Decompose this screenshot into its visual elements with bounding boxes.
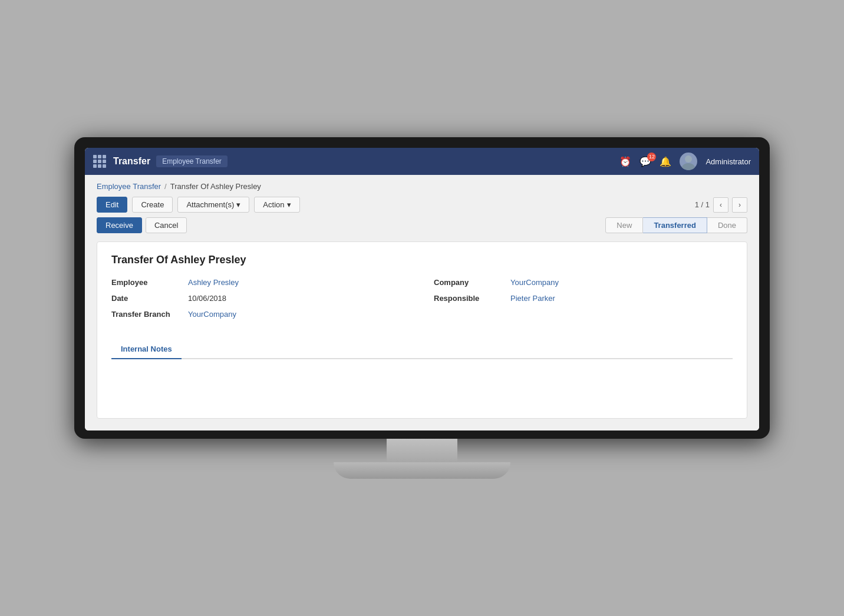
chat-badge: 12	[647, 153, 656, 161]
form-right-column: Company YourCompany Responsible Pieter P…	[410, 278, 733, 326]
monitor-frame: Transfer Employee Transfer ⏰ 💬 12 🔔	[74, 137, 770, 439]
tab-content-internal-notes	[111, 359, 733, 395]
svg-point-0	[685, 155, 692, 163]
svg-point-1	[682, 163, 695, 170]
cancel-button[interactable]: Cancel	[146, 217, 187, 233]
content-area: Employee Transfer / Transfer Of Ashley P…	[85, 175, 759, 430]
responsible-label: Responsible	[434, 294, 510, 303]
action-dropdown-icon: ▾	[287, 200, 291, 209]
nav-breadcrumb-tag[interactable]: Employee Transfer	[156, 155, 228, 167]
form-left-column: Employee Ashley Presley Date 10/06/2018 …	[111, 278, 410, 326]
tab-list: Internal Notes	[111, 340, 733, 359]
pagination-text: 1 / 1	[695, 200, 710, 209]
form-fields: Employee Ashley Presley Date 10/06/2018 …	[111, 278, 733, 326]
monitor-wrapper: Transfer Employee Transfer ⏰ 💬 12 🔔	[74, 137, 770, 479]
breadcrumb-current: Transfer Of Ashley Presley	[170, 182, 261, 191]
monitor-neck	[387, 439, 457, 462]
status-steps: New Transferred Done	[605, 217, 747, 233]
avatar	[680, 153, 697, 170]
form-card: Transfer Of Ashley Presley Employee Ashl…	[97, 241, 747, 419]
attachments-button[interactable]: Attachment(s) ▾	[177, 197, 249, 213]
date-label: Date	[111, 294, 188, 303]
tab-internal-notes[interactable]: Internal Notes	[111, 340, 182, 359]
action-label: Action	[263, 200, 284, 209]
top-nav: Transfer Employee Transfer ⏰ 💬 12 🔔	[85, 148, 759, 175]
status-step-new[interactable]: New	[605, 217, 643, 233]
chat-icon-btn[interactable]: 💬 12	[639, 156, 651, 167]
status-step-transferred[interactable]: Transferred	[643, 217, 707, 233]
receive-button[interactable]: Receive	[97, 217, 142, 233]
transfer-branch-field-row: Transfer Branch YourCompany	[111, 310, 410, 319]
clock-icon-btn[interactable]: ⏰	[619, 156, 631, 167]
date-value: 10/06/2018	[188, 294, 226, 303]
employee-value[interactable]: Ashley Presley	[188, 278, 239, 287]
form-title: Transfer Of Ashley Presley	[111, 254, 733, 266]
nav-icons: ⏰ 💬 12 🔔 Administrator	[619, 153, 751, 170]
edit-button[interactable]: Edit	[97, 197, 127, 213]
action-button[interactable]: Action ▾	[254, 197, 299, 213]
employee-field-row: Employee Ashley Presley	[111, 278, 410, 287]
transfer-branch-value[interactable]: YourCompany	[188, 310, 236, 319]
nav-user-name: Administrator	[705, 157, 751, 166]
status-bar: Receive Cancel New Transferred Done	[97, 217, 747, 233]
breadcrumb: Employee Transfer / Transfer Of Ashley P…	[97, 182, 747, 191]
grid-menu-icon[interactable]	[93, 155, 106, 168]
next-record-button[interactable]: ›	[732, 197, 747, 213]
bell-icon-btn[interactable]: 🔔	[660, 156, 671, 167]
monitor-screen: Transfer Employee Transfer ⏰ 💬 12 🔔	[85, 148, 759, 430]
pagination-section: 1 / 1 ‹ ›	[695, 197, 747, 213]
attachments-dropdown-icon: ▾	[236, 200, 240, 209]
responsible-field-row: Responsible Pieter Parker	[434, 294, 733, 303]
date-field-row: Date 10/06/2018	[111, 294, 410, 303]
responsible-value[interactable]: Pieter Parker	[510, 294, 555, 303]
nav-brand: Transfer	[113, 156, 150, 167]
prev-record-button[interactable]: ‹	[713, 197, 728, 213]
monitor-base	[334, 462, 510, 479]
create-button[interactable]: Create	[132, 197, 173, 213]
company-value[interactable]: YourCompany	[510, 278, 559, 287]
company-label: Company	[434, 278, 510, 287]
tabs-section: Internal Notes	[111, 340, 733, 395]
company-field-row: Company YourCompany	[434, 278, 733, 287]
attachments-label: Attachment(s)	[186, 200, 234, 209]
breadcrumb-separator: /	[164, 182, 167, 191]
transfer-branch-label: Transfer Branch	[111, 310, 188, 319]
action-bar: Edit Create Attachment(s) ▾ Action ▾ 1 /…	[97, 197, 747, 213]
status-step-done[interactable]: Done	[707, 217, 747, 233]
employee-label: Employee	[111, 278, 188, 287]
breadcrumb-link[interactable]: Employee Transfer	[97, 182, 161, 191]
